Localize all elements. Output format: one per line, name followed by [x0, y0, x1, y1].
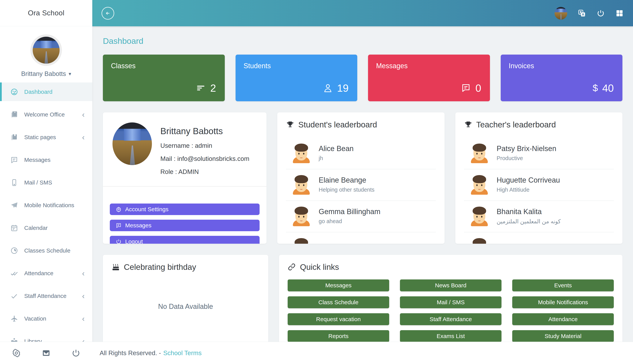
- svg-text:A: A: [582, 12, 584, 16]
- list-item[interactable]: [464, 232, 614, 244]
- quicklink-events-button[interactable]: Events: [512, 280, 614, 291]
- sidebar-item-welcome-office[interactable]: Welcome Office ‹: [0, 105, 92, 124]
- chevron-left-icon: ‹: [82, 292, 85, 300]
- stat-value: 2: [196, 82, 216, 94]
- button-label: Logout: [125, 238, 143, 244]
- airplane-icon: [10, 314, 19, 323]
- quicklink-study-material-button[interactable]: Study Material: [512, 330, 614, 342]
- card-title-row: Quick links: [288, 262, 614, 272]
- profile-role: Role : ADMIN: [160, 168, 249, 176]
- quicklink-staff-attendance-button[interactable]: Staff Attendance: [400, 313, 501, 325]
- logout-button[interactable]: Logout: [110, 236, 260, 244]
- chevron-down-icon: ▾: [69, 71, 71, 77]
- student-avatar: [292, 174, 311, 195]
- student-avatar: [292, 206, 311, 226]
- teacher-name: Bhanita Kalita: [497, 208, 561, 216]
- quicklink-mail-sms-button[interactable]: Mail / SMS: [400, 296, 501, 308]
- teacher-caption: High Attitiude: [497, 186, 560, 193]
- sidebar-item-attendance[interactable]: Attendance ‹: [0, 264, 92, 282]
- quicklink-reports-button[interactable]: Reports: [288, 330, 389, 342]
- footer: All Rights Reserved. - School Terms: [92, 342, 633, 364]
- topbar-avatar[interactable]: [554, 7, 567, 20]
- power-icon[interactable]: [72, 349, 80, 358]
- grid-icon[interactable]: [615, 9, 624, 18]
- quicklink-attendance-button[interactable]: Attendance: [512, 313, 614, 325]
- trophy-icon: [286, 120, 294, 129]
- stat-value: 0: [461, 82, 481, 94]
- sidebar-item-vacation[interactable]: Vacation ‹: [0, 309, 92, 328]
- sidebar-menu: Dashboard Welcome Office ‹: [0, 82, 92, 350]
- stat-card-students[interactable]: Students 19: [236, 54, 357, 101]
- link-icon: [288, 263, 296, 271]
- gear-icon[interactable]: [12, 349, 21, 358]
- calendar-icon: [10, 224, 19, 232]
- profile-username: Username : admin: [160, 142, 249, 149]
- student-avatar: [292, 143, 311, 163]
- list-item-texts: Patsy Brix-Nielsen Productive: [497, 144, 556, 162]
- quicklink-request-vacation-button[interactable]: Request vacation: [288, 313, 389, 325]
- sidebar-item-label: Static pages: [24, 134, 82, 140]
- button-label: Account Settings: [125, 206, 168, 212]
- dashboard-row-3: Celebrating birthday No Data Available Q…: [103, 255, 622, 342]
- power-icon: [116, 238, 122, 244]
- teacher-avatar: [470, 237, 489, 244]
- sidebar-item-label: Dashboard: [24, 88, 85, 95]
- list-item[interactable]: Huguette Corriveau High Attitiude: [464, 169, 614, 201]
- clock-icon: [10, 246, 19, 255]
- stat-number: 2: [210, 82, 216, 94]
- stat-card-classes[interactable]: Classes 2: [103, 54, 225, 101]
- sidebar-item-label: Welcome Office: [24, 111, 82, 118]
- messages-button[interactable]: Messages: [110, 220, 260, 231]
- user-avatar[interactable]: [30, 34, 62, 66]
- sidebar-item-classes-schedule[interactable]: Classes Schedule: [0, 241, 92, 260]
- teacher-name: Huguette Corriveau: [497, 176, 560, 184]
- sidebar: Ora School Brittany Babotts ▾ D: [0, 0, 92, 364]
- sidebar-item-dashboard[interactable]: Dashboard: [0, 82, 92, 101]
- stat-value: 19: [323, 82, 349, 94]
- person-icon: [323, 83, 333, 93]
- profile-card: Brittany Babotts Username : admin Mail :…: [103, 112, 267, 244]
- book-icon: [10, 133, 19, 142]
- stat-number: 0: [475, 82, 481, 94]
- card-title-row: Student's leaderboard: [286, 120, 436, 129]
- mail-icon[interactable]: [42, 349, 51, 358]
- translate-icon[interactable]: A: [578, 9, 586, 18]
- student-caption: Helping other students: [319, 186, 374, 193]
- sidebar-item-calendar[interactable]: Calendar: [0, 218, 92, 237]
- sidebar-item-mobile-notifications[interactable]: Mobile Notifications: [0, 196, 92, 214]
- app-root: Ora School Brittany Babotts ▾ D: [0, 0, 633, 364]
- list-item[interactable]: Elaine Beange Helping other students: [286, 169, 436, 201]
- quicklink-messages-button[interactable]: Messages: [288, 280, 389, 291]
- back-arrow-icon[interactable]: [102, 7, 114, 20]
- sidebar-user-block: Brittany Babotts ▾: [0, 26, 92, 78]
- teacher-leaderboard-card: Teacher's leaderboard Patsy Brix-Nielsen…: [455, 112, 622, 244]
- list-item[interactable]: Bhanita Kalita كونه من المعلمين الملتزمي…: [464, 201, 614, 232]
- birthday-card: Celebrating birthday No Data Available: [103, 255, 268, 342]
- filter-lines-icon: [196, 83, 206, 93]
- chat-icon: [10, 156, 19, 164]
- list-item[interactable]: Gemma Billingham go ahead: [286, 201, 436, 232]
- teacher-caption: Productive: [497, 155, 556, 162]
- power-icon[interactable]: [596, 9, 605, 18]
- school-terms-link[interactable]: School Terms: [163, 350, 202, 357]
- quicklink-news-board-button[interactable]: News Board: [400, 280, 501, 291]
- sidebar-item-mail-sms[interactable]: Mail / SMS: [0, 173, 92, 192]
- sidebar-item-staff-attendance[interactable]: Staff Attendance ‹: [0, 286, 92, 305]
- list-item[interactable]: Patsy Brix-Nielsen Productive: [464, 138, 614, 169]
- sidebar-item-static-pages[interactable]: Static pages ‹: [0, 128, 92, 146]
- student-caption: jh: [319, 155, 354, 162]
- user-name-dropdown[interactable]: Brittany Babotts ▾: [21, 70, 71, 78]
- chevron-left-icon: ‹: [82, 315, 85, 322]
- sidebar-item-label: Mobile Notifications: [24, 202, 85, 208]
- profile-actions: Account Settings Messages: [110, 204, 260, 244]
- quicklink-class-schedule-button[interactable]: Class Schedule: [288, 296, 389, 308]
- account-settings-button[interactable]: Account Settings: [110, 204, 260, 215]
- list-item[interactable]: Alice Bean jh: [286, 138, 436, 169]
- stat-card-messages[interactable]: Messages 0: [368, 54, 490, 101]
- quicklink-exams-list-button[interactable]: Exams List: [400, 330, 501, 342]
- sidebar-item-messages[interactable]: Messages: [0, 150, 92, 169]
- list-item[interactable]: [286, 232, 436, 244]
- quicklink-mobile-notifications-button[interactable]: Mobile Notifications: [512, 296, 614, 308]
- stat-card-invoices[interactable]: Invoices $ 40: [501, 54, 622, 101]
- no-data-text: No Data Available: [112, 302, 260, 310]
